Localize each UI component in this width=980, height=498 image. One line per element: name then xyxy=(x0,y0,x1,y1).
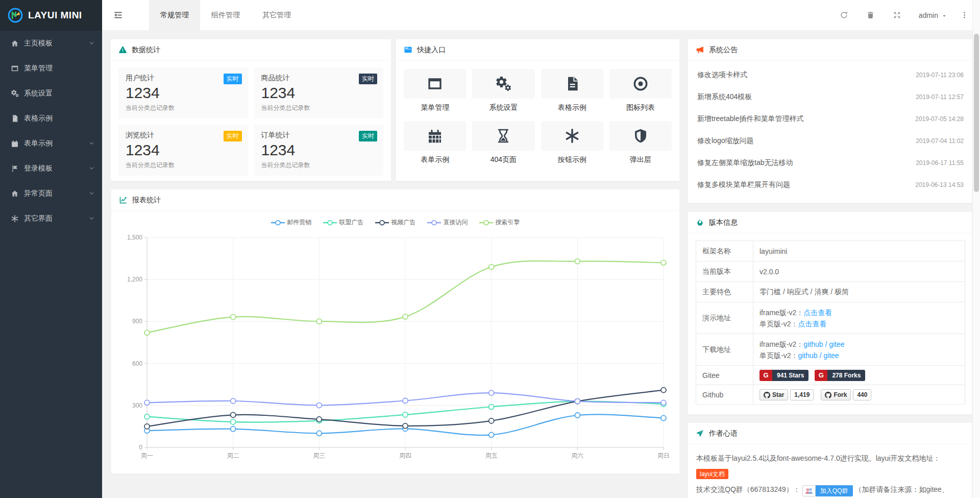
svg-text:周一: 周一 xyxy=(141,452,153,459)
version-row-label: 框架名称 xyxy=(696,241,753,262)
stat-card-用户统计: 用户统计实时1234当前分类总记录数 xyxy=(118,67,248,118)
layui-doc-badge[interactable]: layui文档 xyxy=(696,469,728,479)
legend-item-搜索引擎[interactable]: 搜索引擎 xyxy=(479,218,520,227)
legend-item-视频广告[interactable]: 视频广告 xyxy=(375,218,416,227)
data-point xyxy=(489,418,494,423)
data-point xyxy=(575,399,580,404)
author-note-body: 本模板基于layui2.5.4以及font-awesome-4.7.0进行实现。… xyxy=(688,444,972,498)
join-qq-group-badge[interactable]: 加入QQ群 xyxy=(802,485,853,496)
quick-entry-表格示例[interactable]: 表格示例 xyxy=(541,69,603,112)
quick-entry-菜单管理[interactable]: 菜单管理 xyxy=(404,69,466,112)
sidebar-item-其它界面[interactable]: 其它界面 xyxy=(0,206,102,231)
announcement-date: 2019-06-17 11:55 xyxy=(916,159,964,167)
collapse-sidebar-button[interactable] xyxy=(102,0,134,30)
gitee-logo-icon: G xyxy=(815,370,827,381)
clear-cache-button[interactable] xyxy=(857,0,884,31)
stat-value: 1234 xyxy=(261,84,377,102)
legend-marker-icon xyxy=(375,220,389,226)
sidebar-item-登录模板[interactable]: 登录模板 xyxy=(0,156,102,181)
data-point xyxy=(489,390,494,395)
quick-entry-404页面[interactable]: 404页面 xyxy=(472,121,534,164)
panel-title: 报表统计 xyxy=(132,196,161,205)
tab-组件管理[interactable]: 组件管理 xyxy=(200,0,251,30)
quick-entry-label: 菜单管理 xyxy=(404,103,466,112)
quick-entry-系统设置[interactable]: 系统设置 xyxy=(472,69,534,112)
data-point xyxy=(403,412,408,417)
version-row-value: layuimini xyxy=(753,241,965,262)
more-menu-button[interactable] xyxy=(955,0,973,31)
link-点击查看[interactable]: 点击查看 xyxy=(798,320,826,328)
panel-announcements-header: 系统公告 xyxy=(688,39,972,61)
sidebar-item-主页模板[interactable]: 主页模板 xyxy=(0,31,102,56)
user-dropdown[interactable]: admin xyxy=(911,11,955,19)
announcement-date: 2019-07-05 14:28 xyxy=(915,115,964,123)
sidebar-item-label: 表单示例 xyxy=(24,139,88,148)
link-github[interactable]: github xyxy=(798,351,817,360)
version-row-label: 演示地址 xyxy=(696,302,753,334)
svg-text:周日: 周日 xyxy=(657,452,670,459)
sidebar-item-菜单管理[interactable]: 菜单管理 xyxy=(0,56,102,81)
svg-text:300: 300 xyxy=(132,402,142,409)
data-point xyxy=(661,415,666,420)
legend-item-联盟广告[interactable]: 联盟广告 xyxy=(323,218,364,227)
link-gitee[interactable]: gitee xyxy=(823,351,839,360)
refresh-button[interactable] xyxy=(831,0,857,31)
legend-item-直接访问[interactable]: 直接访问 xyxy=(427,218,468,227)
data-point xyxy=(489,405,494,410)
sidebar-item-表单示例[interactable]: 表单示例 xyxy=(0,131,102,156)
data-point xyxy=(661,400,666,405)
chevron-down-icon xyxy=(88,215,95,222)
tab-其它管理[interactable]: 其它管理 xyxy=(251,0,302,30)
github-star-button[interactable]: Star1,419 xyxy=(760,389,814,400)
announcement-row: 新增系统404模板2019-07-11 12:57 xyxy=(688,86,972,108)
gitee-badge-941 Stars[interactable]: G941 Stars xyxy=(760,370,808,381)
stat-desc: 当前分类总记录数 xyxy=(126,161,241,170)
data-point xyxy=(144,424,150,429)
logo[interactable]: LAYUI MINI xyxy=(0,0,102,31)
sidebar-item-异常页面[interactable]: 异常页面 xyxy=(0,181,102,206)
status-badge: 实时 xyxy=(359,74,377,84)
svg-text:周四: 周四 xyxy=(399,452,411,459)
data-point xyxy=(316,319,322,324)
version-row-label: 下载地址 xyxy=(696,334,753,366)
data-point xyxy=(231,398,236,404)
panel-author-note: 作者心语 本模板基于layui2.5.4以及font-awesome-4.7.0… xyxy=(688,422,972,498)
ellipsis-v-icon xyxy=(961,11,968,19)
legend-item-邮件营销[interactable]: 邮件营销 xyxy=(271,218,312,227)
sidebar-item-系统设置[interactable]: 系统设置 xyxy=(0,81,102,106)
sidebar-item-表格示例[interactable]: 表格示例 xyxy=(0,106,102,131)
scrollbar-thumb[interactable] xyxy=(974,34,979,192)
link-github[interactable]: github xyxy=(803,340,823,348)
announcement-date: 2019-06-13 14:53 xyxy=(915,181,964,188)
github-mark-icon xyxy=(764,391,770,398)
sidebar-item-label: 登录模板 xyxy=(24,164,88,173)
announcement-text: 修改logo缩放问题 xyxy=(697,136,753,146)
fullscreen-button[interactable] xyxy=(884,0,911,31)
announcement-list: 修改选项卡样式2019-07-11 23:06新增系统404模板2019-07-… xyxy=(688,61,972,199)
tab-常规管理[interactable]: 常规管理 xyxy=(149,0,200,30)
page: LAYUI MINI 主页模板菜单管理系统设置表格示例表单示例登录模板异常页面其… xyxy=(0,0,980,498)
legend-marker-icon xyxy=(427,220,441,226)
version-row-value: G941 StarsG278 Forks xyxy=(753,366,965,385)
quick-entry-弹出层[interactable]: 弹出层 xyxy=(609,121,672,164)
gitee-badge-278 Forks[interactable]: G278 Forks xyxy=(815,370,865,381)
page-scrollbar[interactable] xyxy=(972,0,980,498)
dot-circle-icon xyxy=(632,76,649,92)
github-fork-button[interactable]: Fork440 xyxy=(821,389,871,400)
topbar: 常规管理组件管理其它管理 admin xyxy=(102,0,980,31)
version-table: 框架名称layuimini当前版本v2.0.0主要特色零门槛 / 响应式 / 清… xyxy=(696,241,965,405)
svg-text:1,200: 1,200 xyxy=(127,276,142,283)
data-point xyxy=(231,419,236,424)
quick-entry-按钮示例[interactable]: 按钮示例 xyxy=(541,121,603,164)
link-gitee[interactable]: gitee xyxy=(829,340,844,348)
sidebar-item-label: 菜单管理 xyxy=(24,64,95,73)
sidebar-item-label: 系统设置 xyxy=(24,89,95,98)
link-点击查看[interactable]: 点击查看 xyxy=(803,309,832,317)
quick-entry-图标列表[interactable]: 图标列表 xyxy=(609,69,672,112)
side-menu: 主页模板菜单管理系统设置表格示例表单示例登录模板异常页面其它界面 xyxy=(0,31,102,231)
announcement-date: 2019-07-11 12:57 xyxy=(916,93,964,101)
sidebar-item-label: 异常页面 xyxy=(24,189,88,198)
svg-text:1,500: 1,500 xyxy=(127,234,142,241)
layui-logo-icon xyxy=(7,7,23,23)
quick-entry-表单示例[interactable]: 表单示例 xyxy=(404,121,466,164)
